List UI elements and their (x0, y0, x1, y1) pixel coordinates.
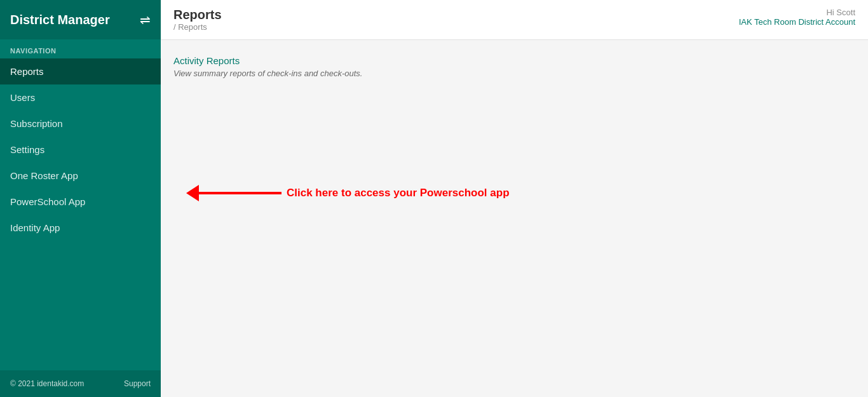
transfer-icon: ⇌ (140, 12, 151, 27)
arrow-annotation: Click here to access your Powerschool ap… (186, 185, 510, 201)
user-info: Hi Scott IAK Tech Room District Account (739, 8, 855, 27)
sidebar-item-one-roster-app[interactable]: One Roster App (0, 163, 161, 189)
top-header: Reports / Reports Hi Scott IAK Tech Room… (161, 0, 868, 40)
sidebar-item-reports[interactable]: Reports (0, 58, 161, 84)
user-greeting: Hi Scott (739, 8, 855, 17)
annotation-text: Click here to access your Powerschool ap… (287, 187, 510, 199)
support-link[interactable]: Support (124, 379, 151, 388)
sidebar-item-settings[interactable]: Settings (0, 137, 161, 163)
breadcrumb: / Reports (173, 22, 222, 32)
arrow-head-icon (186, 185, 199, 201)
copyright-text: © 2021 identakid.com (10, 379, 84, 388)
sidebar-title: District Manager (10, 13, 110, 27)
activity-reports-link[interactable]: Activity Reports (173, 55, 855, 66)
sidebar-item-subscription[interactable]: Subscription (0, 111, 161, 137)
page-title: Reports (173, 8, 222, 22)
arrow-line (199, 192, 281, 194)
sidebar-item-identity-app[interactable]: Identity App (0, 215, 161, 241)
content-area: Activity Reports View summary reports of… (161, 40, 868, 397)
sidebar-footer: © 2021 identakid.com Support (0, 370, 161, 397)
sidebar-header: District Manager ⇌ (0, 0, 161, 39)
sidebar: District Manager ⇌ NAVIGATION Reports Us… (0, 0, 161, 397)
main-content: Reports / Reports Hi Scott IAK Tech Room… (161, 0, 868, 397)
sidebar-item-powerschool-app[interactable]: PowerSchool App (0, 189, 161, 215)
user-account: IAK Tech Room District Account (739, 17, 855, 27)
activity-reports-desc: View summary reports of check-ins and ch… (173, 69, 855, 78)
annotation-group: Click here to access your Powerschool ap… (161, 185, 510, 201)
nav-label: NAVIGATION (0, 39, 161, 58)
sidebar-item-users[interactable]: Users (0, 84, 161, 111)
page-title-area: Reports / Reports (173, 8, 222, 32)
